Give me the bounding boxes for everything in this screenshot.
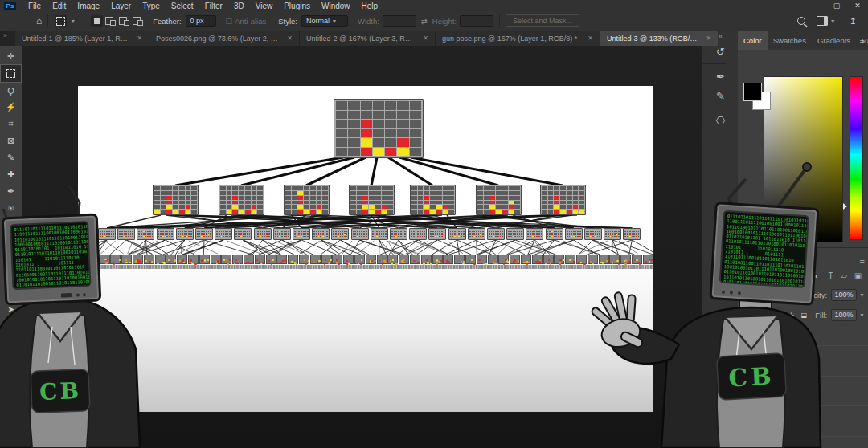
- smart-object-filter-icon[interactable]: ▣: [851, 271, 865, 280]
- document-tab-5[interactable]: Untitled-3 @ 133% (RGB/8#) *✕: [600, 31, 718, 46]
- connect4-cell: [288, 236, 289, 237]
- connect4-cell: [256, 238, 257, 238]
- restore-button[interactable]: ▢: [826, 2, 847, 10]
- connect4-cell: [353, 233, 354, 234]
- menu-item-window[interactable]: Window: [316, 2, 356, 10]
- add-selection-mode-button[interactable]: [104, 15, 117, 27]
- tab-overflow-chevrons[interactable]: »: [0, 31, 10, 46]
- subtract-selection-mode-button[interactable]: [118, 15, 130, 27]
- search-icon[interactable]: [797, 17, 805, 25]
- document-canvas[interactable]: [78, 86, 653, 412]
- hue-slider-arrow[interactable]: [843, 203, 847, 210]
- menu-item-plugins[interactable]: Plugins: [278, 2, 316, 10]
- share-icon[interactable]: ↥: [850, 16, 857, 26]
- document-tab-4[interactable]: gun pose.png @ 167% (Layer 1, RGB/8) *✕: [436, 31, 600, 46]
- connect4-cell: [227, 201, 232, 205]
- photoshop-logo-icon[interactable]: Ps: [4, 2, 16, 10]
- fill-caret-icon[interactable]: ▼: [859, 312, 865, 318]
- connect4-cell: [375, 201, 381, 205]
- connect4-cell: [588, 233, 590, 234]
- move-tool[interactable]: ✛: [1, 48, 21, 65]
- tab-close-icon[interactable]: ✕: [137, 35, 142, 42]
- 3d-panel-icon[interactable]: ⎔: [702, 111, 739, 130]
- document-tab-2[interactable]: Poses0026.png @ 73.6% (Layer 2, RGB/8) *…: [149, 31, 299, 46]
- tab-close-icon[interactable]: ✕: [287, 35, 293, 42]
- active-tool-icon[interactable]: [55, 15, 67, 27]
- document-tab-3[interactable]: Untitled-2 @ 167% (Layer 3, RGB/8#) *✕: [300, 31, 435, 46]
- menu-item-layer[interactable]: Layer: [105, 2, 137, 10]
- connect4-cell: [303, 236, 305, 237]
- menu-item-image[interactable]: Image: [72, 2, 105, 10]
- connect4-cell: [538, 230, 540, 230]
- layers-panel-menu-icon[interactable]: ≡: [860, 255, 865, 265]
- connect4-cell: [252, 196, 257, 200]
- connect4-piece-dot: [182, 259, 184, 261]
- feather-input[interactable]: 0 px: [186, 15, 216, 27]
- home-button[interactable]: ⌂: [36, 15, 42, 26]
- foreground-color-swatch[interactable]: [743, 83, 762, 101]
- workspace-switcher[interactable]: ▼: [817, 16, 838, 26]
- menu-item-3d[interactable]: 3D: [228, 2, 250, 10]
- color-panel-menu-icon[interactable]: ≡: [860, 35, 865, 45]
- frame-tool[interactable]: ⊠: [1, 132, 21, 149]
- tool-preset-caret-icon[interactable]: ▼: [70, 18, 76, 24]
- connect4-cell: [530, 238, 531, 238]
- menu-item-help[interactable]: Help: [356, 2, 384, 10]
- dock-collapse-chevrons[interactable]: «: [719, 31, 723, 42]
- eyedropper-tool[interactable]: ✎: [1, 149, 21, 166]
- style-select[interactable]: Normal ▼: [301, 15, 348, 27]
- quick-selection-tool[interactable]: ⚡: [1, 99, 21, 116]
- menu-item-filter[interactable]: Filter: [199, 2, 228, 10]
- connect4-cell: [182, 233, 183, 234]
- panel-tab-gradients[interactable]: Gradients: [812, 31, 856, 50]
- connect4-cell: [303, 238, 305, 238]
- opacity-caret-icon[interactable]: ▼: [859, 292, 865, 298]
- connect4-cell: [567, 231, 568, 232]
- connect4-cell: [281, 230, 283, 230]
- width-input[interactable]: [383, 15, 416, 27]
- connect4-cell: [387, 205, 393, 209]
- swap-dimensions-icon[interactable]: ⇄: [421, 17, 428, 26]
- tab-close-icon[interactable]: ✕: [706, 35, 711, 42]
- connect4-cell: [219, 230, 220, 230]
- select-and-mask-button[interactable]: Select and Mask...: [506, 14, 579, 27]
- connect4-cell: [245, 186, 251, 190]
- document-tab-1[interactable]: Untitled-1 @ 185% (Layer 1, RGB/8#) *✕: [15, 31, 149, 46]
- height-input[interactable]: [460, 15, 493, 27]
- connect4-cell: [221, 236, 223, 237]
- connect4-cell: [322, 238, 324, 238]
- menu-item-file[interactable]: File: [23, 2, 47, 10]
- connect4-cell: [190, 234, 192, 235]
- connect4-piece-dot: [514, 259, 516, 261]
- connect4-cell: [382, 186, 387, 190]
- panel-tab-color[interactable]: Color: [738, 31, 768, 50]
- intersect-selection-mode-button[interactable]: [132, 15, 144, 27]
- new-selection-mode-button[interactable]: [91, 15, 103, 27]
- panel-tab-swatches[interactable]: Swatches: [768, 31, 812, 50]
- menu-item-view[interactable]: View: [250, 2, 279, 10]
- connect4-cell: [249, 231, 251, 232]
- connect4-cell: [400, 234, 402, 235]
- hue-slider[interactable]: [850, 76, 863, 240]
- minimize-button[interactable]: –: [805, 2, 826, 10]
- connect4-cell: [391, 233, 393, 234]
- connect4-cell: [301, 238, 302, 238]
- shape-layer-filter-icon[interactable]: ▱: [837, 271, 851, 280]
- fill-value[interactable]: 100%: [831, 309, 857, 321]
- opacity-value[interactable]: 100%: [831, 289, 857, 301]
- type-layer-filter-icon[interactable]: T: [824, 271, 837, 280]
- rectangular-marquee-tool[interactable]: [1, 65, 21, 82]
- menu-item-type[interactable]: Type: [137, 2, 166, 10]
- menu-item-select[interactable]: Select: [166, 2, 199, 10]
- menu-item-edit[interactable]: Edit: [47, 2, 72, 10]
- close-button[interactable]: ✕: [847, 2, 868, 10]
- brush-settings-panel-icon[interactable]: ✒: [702, 67, 739, 86]
- tab-close-icon[interactable]: ✕: [423, 35, 428, 42]
- brushes-panel-icon[interactable]: ✎: [702, 86, 739, 105]
- tab-close-icon[interactable]: ✕: [588, 35, 593, 42]
- anti-alias-checkbox[interactable]: ☐: [226, 17, 233, 26]
- connect4-cell: [493, 230, 494, 230]
- connect4-cell: [448, 201, 454, 205]
- crop-tool[interactable]: ⌗: [1, 116, 21, 132]
- lasso-tool[interactable]: Ϙ: [1, 82, 21, 99]
